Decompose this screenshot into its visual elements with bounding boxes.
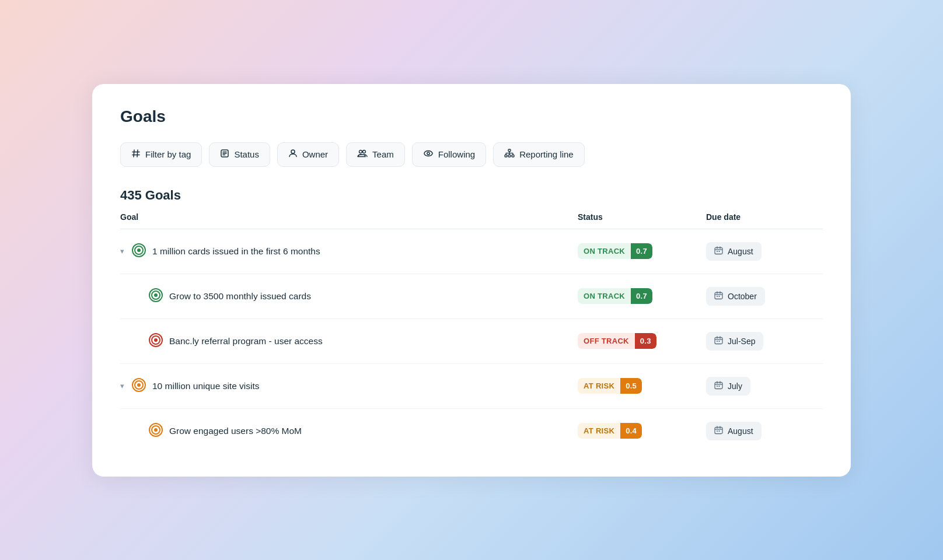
goal-icon — [148, 422, 163, 440]
filter-label: Following — [438, 149, 475, 159]
due-date-text: October — [728, 292, 757, 301]
svg-rect-47 — [717, 341, 718, 342]
status-badge: ON TRACK 0.7 — [578, 288, 652, 304]
svg-point-24 — [137, 249, 141, 252]
svg-point-51 — [137, 383, 141, 387]
due-date-badge: August — [706, 422, 762, 440]
svg-rect-25 — [715, 247, 722, 254]
filter-label: Filter by tag — [145, 149, 191, 159]
svg-point-33 — [154, 293, 158, 297]
calendar-icon — [714, 246, 723, 257]
table-row[interactable]: ▾ 1 million cards issued in the first 6 … — [120, 229, 823, 274]
table-row[interactable]: Grow engaged users >80% MoM AT RISK 0.4 … — [120, 409, 823, 453]
svg-rect-34 — [715, 292, 722, 299]
calendar-icon — [714, 426, 723, 436]
filter-btn-filter-by-tag[interactable]: Filter by tag — [120, 142, 202, 167]
svg-point-8 — [291, 150, 295, 153]
svg-rect-61 — [715, 427, 722, 433]
goal-text: 1 million cards issued in the first 6 mo… — [152, 246, 320, 257]
goal-icon — [131, 377, 146, 395]
goal-name-cell: Grow to 3500 monthly issued cards — [120, 288, 578, 305]
goal-icon — [148, 332, 163, 350]
svg-point-42 — [154, 338, 158, 342]
column-status: Status — [578, 212, 706, 222]
due-date-text: August — [728, 247, 753, 256]
filter-btn-following[interactable]: Following — [412, 142, 486, 167]
status-cell: OFF TRACK 0.3 — [578, 333, 706, 349]
column-goal: Goal — [120, 212, 578, 222]
goal-name-cell: ▾ 1 million cards issued in the first 6 … — [120, 243, 578, 260]
goal-name-cell: Grow engaged users >80% MoM — [120, 422, 578, 440]
goals-count: 435 Goals — [120, 188, 823, 203]
svg-rect-15 — [508, 155, 511, 157]
due-date-text: July — [728, 382, 742, 391]
svg-point-10 — [363, 150, 366, 153]
person-icon — [288, 149, 298, 160]
goal-text: Grow to 3500 monthly issued cards — [169, 291, 311, 302]
due-date-badge: October — [706, 287, 765, 306]
due-date-text: Jul-Sep — [728, 337, 755, 346]
status-icon — [220, 149, 229, 160]
expand-chevron[interactable]: ▾ — [120, 247, 124, 256]
filter-label: Owner — [302, 149, 328, 159]
status-cell: ON TRACK 0.7 — [578, 243, 706, 259]
table-row[interactable]: ▾ 10 million unique site visits AT RISK … — [120, 364, 823, 409]
goal-name-cell: Banc.ly referral program - user access — [120, 332, 578, 350]
status-label: ON TRACK — [578, 243, 631, 259]
svg-rect-29 — [717, 251, 718, 252]
status-badge: AT RISK 0.5 — [578, 378, 642, 394]
status-badge: AT RISK 0.4 — [578, 423, 642, 439]
goals-table: ▾ 1 million cards issued in the first 6 … — [120, 229, 823, 453]
filter-label: Reporting line — [519, 149, 574, 159]
due-date-cell: August — [706, 422, 823, 440]
filter-btn-owner[interactable]: Owner — [277, 142, 339, 167]
due-date-cell: Jul-Sep — [706, 332, 823, 351]
svg-rect-56 — [717, 386, 718, 387]
status-score: 0.5 — [620, 378, 642, 394]
filter-btn-reporting-line[interactable]: Reporting line — [493, 142, 585, 167]
due-date-badge: August — [706, 242, 762, 261]
status-score: 0.7 — [631, 288, 652, 304]
hash-icon — [131, 149, 141, 160]
svg-rect-38 — [717, 296, 718, 297]
svg-rect-30 — [719, 251, 720, 252]
svg-rect-48 — [719, 341, 720, 342]
svg-rect-57 — [719, 386, 720, 387]
status-badge: OFF TRACK 0.3 — [578, 333, 656, 349]
svg-point-9 — [359, 150, 362, 153]
svg-rect-43 — [715, 337, 722, 344]
filter-btn-team[interactable]: Team — [346, 142, 405, 167]
svg-point-60 — [154, 428, 158, 432]
status-cell: AT RISK 0.5 — [578, 378, 706, 394]
due-date-cell: October — [706, 287, 823, 306]
table-row[interactable]: Grow to 3500 monthly issued cards ON TRA… — [120, 274, 823, 319]
status-label: ON TRACK — [578, 288, 631, 304]
goal-text: 10 million unique site visits — [152, 381, 260, 391]
filter-btn-status[interactable]: Status — [209, 142, 270, 167]
svg-rect-66 — [719, 430, 720, 432]
goal-icon — [148, 288, 163, 305]
goals-card: Goals Filter by tagStatusOwnerTeamFollow… — [92, 84, 851, 477]
goal-text: Banc.ly referral program - user access — [169, 336, 323, 346]
goal-text: Grow engaged users >80% MoM — [169, 426, 302, 436]
team-icon — [357, 149, 368, 160]
goal-icon — [131, 243, 146, 260]
status-cell: AT RISK 0.4 — [578, 423, 706, 439]
status-badge: ON TRACK 0.7 — [578, 243, 652, 259]
svg-rect-65 — [717, 430, 718, 432]
status-score: 0.3 — [635, 333, 656, 349]
filter-label: Team — [372, 149, 394, 159]
svg-rect-14 — [505, 155, 507, 157]
due-date-text: August — [728, 426, 753, 436]
svg-line-1 — [137, 150, 138, 157]
eye-icon — [423, 149, 434, 160]
status-label: AT RISK — [578, 423, 620, 439]
due-date-badge: Jul-Sep — [706, 332, 763, 351]
due-date-badge: July — [706, 377, 750, 396]
status-label: OFF TRACK — [578, 333, 635, 349]
svg-line-0 — [134, 150, 134, 157]
calendar-icon — [714, 336, 723, 346]
expand-chevron[interactable]: ▾ — [120, 382, 124, 390]
status-score: 0.7 — [631, 243, 652, 259]
table-row[interactable]: Banc.ly referral program - user access O… — [120, 319, 823, 364]
